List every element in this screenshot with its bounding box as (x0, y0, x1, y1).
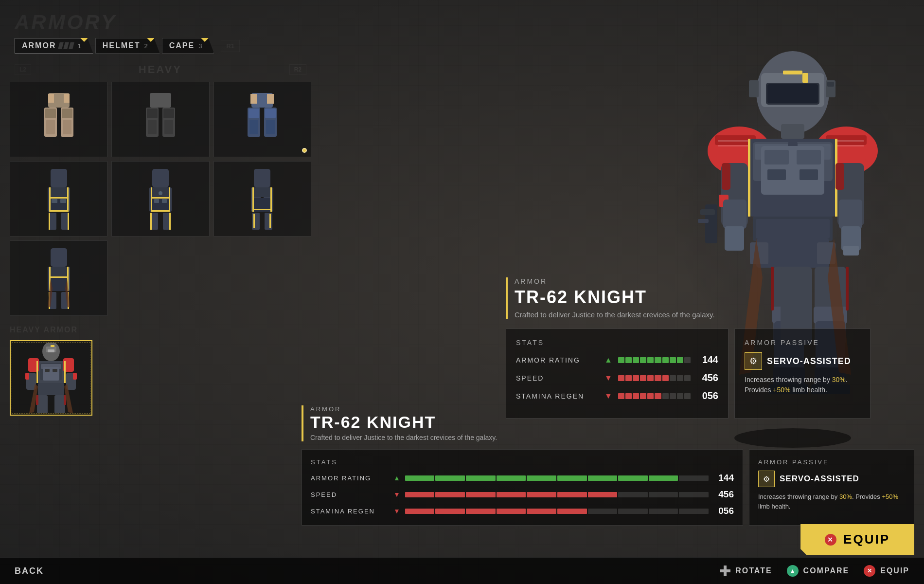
info-content: ARMOR TR-62 KNIGHT Crafted to deliver Ju… (506, 277, 871, 419)
svg-rect-90 (45, 369, 50, 372)
svg-rect-108 (767, 84, 818, 103)
svg-rect-134 (800, 169, 818, 180)
armor-cell-3[interactable] (213, 82, 311, 157)
svg-rect-89 (43, 367, 59, 381)
tab-armor[interactable]: ARMOR 1 (15, 38, 93, 54)
svg-rect-6 (63, 120, 71, 134)
tab-helmet[interactable]: HELMET 2 (95, 38, 160, 54)
svg-rect-98 (54, 395, 65, 413)
svg-rect-53 (150, 213, 152, 230)
tab-armor-label: ARMOR (22, 41, 56, 50)
armor-cell-5-img (139, 165, 182, 233)
back-button[interactable]: BACK (15, 566, 44, 576)
stat-name-armor: ARMOR RATING (516, 356, 599, 364)
stat-value-armor: 144 (696, 354, 718, 365)
svg-rect-31 (67, 187, 69, 212)
stat-armor-val: 144 (713, 473, 734, 483)
stat-bar-armor (618, 357, 691, 363)
svg-rect-20 (265, 109, 276, 118)
svg-rect-56 (254, 169, 270, 187)
armor-cell-5[interactable] (111, 161, 209, 237)
svg-rect-33 (51, 210, 67, 212)
stat-row-armor: ARMOR RATING ▲ (516, 354, 718, 365)
bottom-right: ROTATE ▲ COMPARE ✕ EQUIP (720, 565, 909, 577)
passive-box-header: ⚙ SERVO-ASSISTED (758, 471, 905, 487)
stat-speed-val: 456 (713, 489, 734, 500)
info-desc: Crafted to deliver Justice to the darkes… (515, 310, 871, 319)
passive-icon-symbol: ⚙ (749, 356, 757, 366)
svg-rect-141 (839, 200, 862, 229)
stat-speed-name: SPEED (311, 491, 389, 498)
svg-rect-95 (73, 373, 77, 380)
tab-helmet-arrow (147, 38, 155, 42)
rotate-label: ROTATE (735, 566, 772, 575)
svg-rect-22 (266, 120, 275, 134)
triangle-btn: ▲ (787, 565, 799, 577)
svg-rect-87 (40, 363, 62, 380)
armor-cell-6-img (240, 165, 284, 233)
bottom-info-area: ARMOR TR-62 KNIGHT Crafted to deliver Ju… (292, 405, 924, 526)
svg-rect-96 (38, 383, 64, 395)
svg-rect-92 (26, 373, 36, 390)
svg-rect-34 (52, 199, 57, 203)
passive-box-desc: Increases throwing range by 30%. Provide… (758, 492, 905, 511)
passive-box: ARMOR PASSIVE ⚙ SERVO-ASSISTED Increases… (749, 449, 914, 526)
equip-label: EQUIP (843, 532, 890, 547)
info-header: ARMOR TR-62 KNIGHT Crafted to deliver Ju… (506, 277, 871, 319)
svg-rect-86 (63, 358, 74, 372)
svg-rect-21 (249, 120, 258, 134)
armor-cell-6[interactable] (213, 161, 311, 237)
svg-rect-131 (764, 150, 789, 164)
dpad-svg (720, 566, 730, 576)
selected-armor-cell[interactable] (10, 340, 92, 416)
info-name: TR-62 KNIGHT (515, 287, 871, 308)
tab-armor-arrow (80, 38, 88, 42)
svg-rect-102 (64, 361, 66, 383)
stat-row-stamina: STAMINA REGEN ▼ (516, 390, 718, 402)
svg-rect-4 (62, 109, 72, 118)
info-category-label: ARMOR (515, 277, 871, 285)
svg-rect-40 (152, 169, 169, 187)
stat-arrow-speed: ▼ (604, 374, 612, 383)
armor-cell-4[interactable] (10, 161, 107, 237)
svg-rect-123 (718, 140, 753, 142)
svg-rect-138 (756, 219, 830, 238)
armor-info-desc: Crafted to deliver Justice to the darkes… (310, 434, 914, 441)
svg-rect-15 (164, 120, 173, 134)
selected-armor-img (19, 343, 83, 413)
bottom-action-equip-bottom: ✕ EQUIP (864, 565, 909, 577)
armor-cell-1-img (35, 88, 83, 151)
svg-rect-140 (835, 163, 844, 190)
stat-row-speed: SPEED ▼ (516, 372, 718, 383)
stat-armor-arrow: ▲ (393, 474, 400, 482)
svg-rect-132 (797, 150, 821, 164)
stats-box-title: STATS (311, 458, 734, 466)
stat-armor-row: ARMOR RATING ▲ 144 (311, 473, 734, 483)
stat-value-stamina: 056 (696, 390, 718, 402)
armor-cell-1[interactable] (10, 82, 107, 157)
armor-cell-2[interactable] (111, 82, 209, 157)
armor-info-header: ARMOR TR-62 KNIGHT Crafted to deliver Ju… (302, 405, 914, 441)
svg-rect-94 (25, 373, 29, 380)
stat-armor-name: ARMOR RATING (311, 474, 389, 482)
armor-cell-2-img (136, 88, 185, 151)
svg-rect-72 (51, 277, 67, 291)
tab-cape[interactable]: CAPE 3 (162, 38, 214, 54)
passive-title: ARMOR PASSIVE (745, 339, 860, 347)
stat-speed-arrow: ▼ (393, 491, 400, 498)
svg-point-55 (159, 191, 162, 195)
stat-stamina-arrow: ▼ (393, 507, 400, 515)
stat-stamina-bars (405, 509, 709, 514)
armor-cell-7[interactable] (10, 240, 107, 316)
svg-rect-112 (827, 82, 834, 87)
bottom-action-compare: ▲ COMPARE (787, 565, 850, 577)
svg-rect-46 (169, 187, 170, 212)
svg-rect-88 (41, 364, 61, 369)
svg-rect-143 (843, 246, 859, 256)
tab-cape-arrow (201, 38, 209, 42)
equip-button[interactable]: ✕ EQUIP (800, 524, 914, 555)
svg-rect-91 (53, 369, 57, 372)
svg-rect-25 (51, 169, 67, 187)
svg-rect-5 (46, 120, 55, 134)
tab-cape-number: 3 (198, 42, 202, 50)
